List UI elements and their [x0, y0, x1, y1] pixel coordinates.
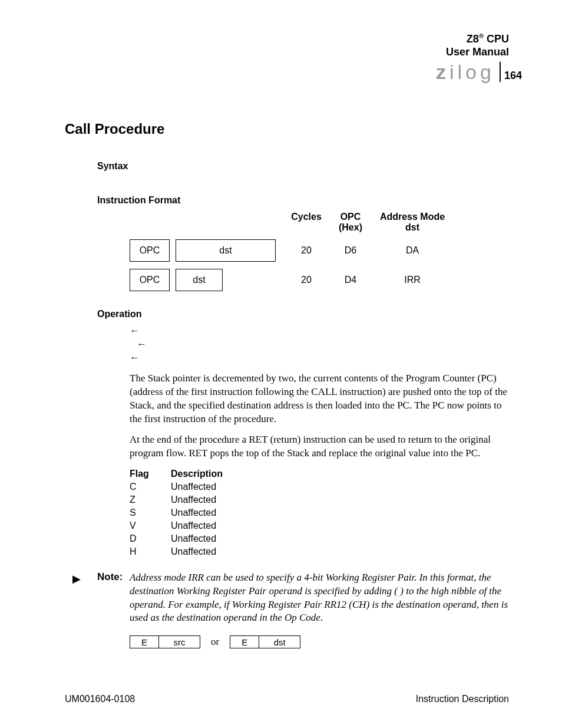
dst-box: dst [176, 239, 276, 262]
col-address-mode: Address Modedst [371, 212, 454, 232]
opc-box: OPC [130, 269, 170, 291]
operation-paragraph-2: At the end of the procedure a RET (retur… [130, 433, 509, 460]
if-row-0: OPC dst 20 D6 DA [130, 239, 509, 262]
or-text: or [211, 636, 219, 648]
flag-row: SUnaffected [130, 508, 509, 518]
page-number: 164 [504, 70, 522, 82]
arrow-icon: ← [130, 351, 139, 365]
flag-col: Flag [130, 469, 171, 479]
col-cycles: Cycles [283, 212, 330, 232]
opc-cell: D4 [330, 275, 371, 285]
page: Z8® CPU User Manual zilog 164 Call Proce… [0, 0, 562, 728]
note-label: Note: [97, 571, 130, 625]
flags-table: Flag Description CUnaffected ZUnaffected… [130, 469, 509, 557]
note-block: ▶ Note: Address mode IRR can be used to … [65, 571, 509, 625]
col-opc: OPC(Hex) [330, 212, 371, 232]
instruction-format-table: Cycles OPC(Hex) Address Modedst OPC dst … [130, 212, 509, 291]
if-row-1: OPC dst 20 D4 IRR [130, 269, 509, 291]
registered-mark: ® [479, 32, 484, 39]
header-line-2: User Manual [446, 46, 509, 59]
flag-row: VUnaffected [130, 521, 509, 531]
zilog-logo: zilog [436, 62, 501, 82]
operation-lines: ← ← ← [130, 324, 509, 365]
header-line-1: Z8® CPU [446, 32, 509, 46]
product-suffix: CPU [484, 33, 509, 45]
dst-box: dst [259, 635, 300, 648]
e-box: E [130, 635, 159, 648]
footer: UM001604-0108 Instruction Description [65, 694, 509, 704]
adm-cell: IRR [371, 275, 454, 285]
arrow-icon: ← [137, 338, 146, 351]
adm-cell: DA [371, 245, 454, 256]
flag-row: CUnaffected [130, 482, 509, 492]
e-src-dst-diagram: E src or E dst [130, 635, 509, 648]
page-title: Call Procedure [65, 121, 509, 137]
dst-box: dst [176, 269, 223, 291]
opc-box: OPC [130, 239, 170, 262]
note-icon: ▶ [65, 571, 88, 625]
product-name: Z8 [467, 33, 479, 45]
logo-row: zilog 164 [436, 62, 522, 82]
cycles-cell: 20 [283, 275, 330, 285]
footer-left: UM001604-0108 [65, 694, 135, 704]
instruction-format-label: Instruction Format [97, 195, 509, 206]
src-box: src [159, 635, 200, 648]
if-header-row: Cycles OPC(Hex) Address Modedst [130, 212, 509, 232]
note-text: Address mode IRR can be used to specify … [130, 571, 509, 625]
e-box: E [230, 635, 259, 648]
cycles-cell: 20 [283, 245, 330, 256]
arrow-icon: ← [130, 324, 139, 338]
footer-right: Instruction Description [416, 694, 509, 704]
header-block: Z8® CPU User Manual [446, 32, 509, 58]
desc-col: Description [171, 469, 289, 479]
operation-paragraph-1: The Stack pointer is decremented by two,… [130, 372, 509, 426]
flag-row: HUnaffected [130, 546, 509, 557]
opc-cell: D6 [330, 245, 371, 256]
flags-header: Flag Description [130, 469, 509, 479]
syntax-label: Syntax [97, 161, 509, 172]
flag-row: ZUnaffected [130, 495, 509, 505]
operation-label: Operation [97, 309, 509, 319]
flag-row: DUnaffected [130, 533, 509, 544]
